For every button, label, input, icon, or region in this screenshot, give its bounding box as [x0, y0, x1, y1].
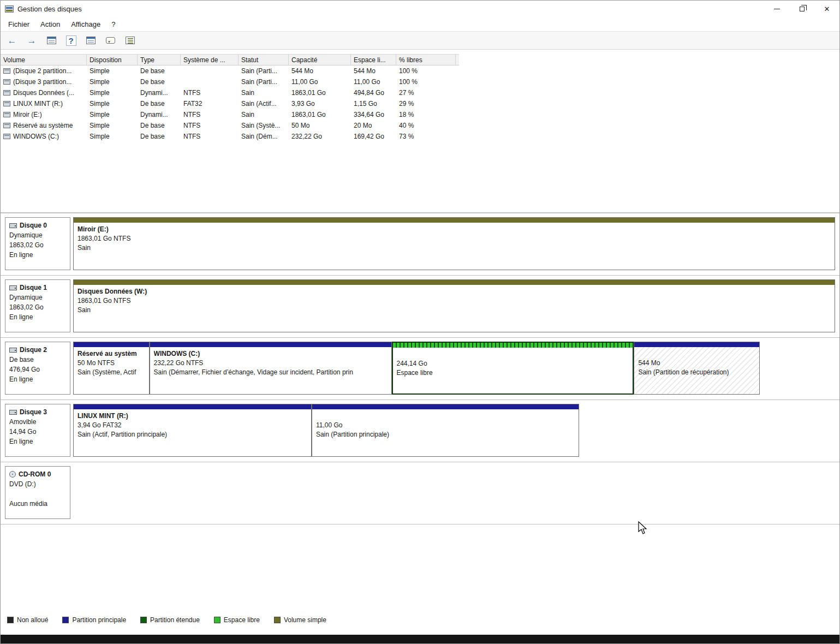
cell-espace: 1,15 Go — [351, 100, 396, 108]
partition-title — [316, 412, 575, 421]
cell-libres: 29 % — [396, 100, 456, 108]
partition-title: WINDOWS (C:) — [154, 349, 388, 359]
cell-capacite: 11,00 Go — [289, 78, 351, 86]
column-header-capacite[interactable]: Capacité — [289, 55, 351, 65]
dialog-button[interactable] — [103, 33, 117, 47]
menu-fichier[interactable]: Fichier — [7, 19, 35, 30]
disk-info-panel[interactable]: CD-ROM 0 DVD (D:) Aucun média — [5, 466, 70, 519]
forward-button[interactable]: → — [25, 33, 39, 47]
disk-info-panel[interactable]: Disque 0 Dynamique 1863,02 Go En ligne — [5, 217, 70, 270]
partition-block-recuperation[interactable]: 544 Mo Sain (Partition de récupération) — [634, 342, 759, 395]
back-button[interactable]: ← — [5, 33, 19, 47]
cell-espace: 494,84 Go — [351, 89, 396, 97]
cell-volume: Disques Données (... — [13, 89, 74, 97]
menu-affichage[interactable]: Affichage — [65, 19, 106, 30]
disk-info-panel[interactable]: Disque 1 Dynamique 1863,02 Go En ligne — [5, 279, 70, 332]
column-header-volume[interactable]: Volume — [1, 55, 87, 65]
list-view-button[interactable] — [123, 33, 137, 47]
legend: Non alloué Partition principale Partitio… — [7, 616, 326, 624]
free-space-color-swatch — [214, 617, 221, 623]
partition-title — [638, 349, 755, 359]
column-header-espace-libre[interactable]: Espace li... — [351, 55, 396, 65]
volume-icon — [3, 79, 10, 85]
partition-status: Sain (Partition de récupération) — [638, 368, 755, 377]
console-window-icon — [47, 37, 56, 44]
forward-arrow-icon: → — [27, 36, 37, 45]
volume-icon — [3, 101, 10, 106]
column-header-type[interactable]: Type — [138, 55, 181, 65]
legend-label: Non alloué — [17, 616, 48, 624]
legend-label: Partition principale — [72, 616, 126, 624]
table-row[interactable]: Miroir (E:) Simple Dynami... NTFS Sain 1… — [1, 109, 459, 120]
column-header-disposition[interactable]: Disposition — [87, 55, 138, 65]
unallocated-color-swatch — [7, 617, 14, 623]
export-list-button[interactable] — [84, 33, 98, 47]
partition-block-miroir[interactable]: Miroir (E:) 1863,01 Go NTFS Sain — [73, 217, 835, 270]
partition-block-windows-c[interactable]: WINDOWS (C:) 232,22 Go NTFS Sain (Démarr… — [150, 342, 392, 395]
table-row[interactable]: (Disque 2 partition... Simple De base Sa… — [1, 65, 459, 76]
toolbar: ← → ? — [1, 31, 839, 50]
cell-libres: 100 % — [396, 67, 456, 75]
close-button[interactable]: ✕ — [814, 1, 839, 17]
disk-row-2: Disque 2 De base 476,94 Go En ligne Rése… — [1, 338, 839, 400]
help-button[interactable]: ? — [64, 33, 78, 47]
partition-block-espace-libre[interactable]: 244,14 Go Espace libre — [392, 342, 634, 395]
extended-partition-color-swatch — [140, 617, 147, 623]
cell-espace: 169,42 Go — [351, 133, 396, 140]
cell-volume: Réservé au système — [13, 122, 73, 129]
graphical-view: Disque 0 Dynamique 1863,02 Go En ligne M… — [1, 213, 839, 524]
partition-status: Sain (Partition principale) — [316, 430, 575, 439]
disk-kind: Amovible — [9, 417, 66, 427]
cell-espace: 544 Mo — [351, 67, 396, 75]
partition-size: 244,14 Go — [397, 359, 629, 368]
table-row[interactable]: Disques Données (... Simple Dynami... NT… — [1, 87, 459, 98]
table-row[interactable]: Réservé au système Simple De base NTFS S… — [1, 120, 459, 131]
help-icon: ? — [66, 35, 76, 46]
restore-button[interactable] — [789, 1, 814, 17]
cell-capacite: 232,22 Go — [289, 133, 351, 140]
disk-kind: De base — [9, 355, 66, 365]
mouse-cursor — [638, 521, 648, 535]
table-row[interactable]: (Disque 3 partition... Simple De base Sa… — [1, 76, 459, 87]
partition-block-linux-mint[interactable]: LINUX MINT (R:) 3,94 Go FAT32 Sain (Acti… — [73, 404, 312, 457]
disk-info-panel[interactable]: Disque 3 Amovible 14,94 Go En ligne — [5, 404, 70, 457]
column-header-statut[interactable]: Statut — [239, 55, 289, 65]
console-tree-button[interactable] — [44, 33, 58, 47]
menu-help[interactable]: ? — [106, 19, 121, 30]
cell-filesystem: FAT32 — [181, 100, 239, 108]
cell-volume: (Disque 3 partition... — [13, 78, 72, 86]
cell-libres: 73 % — [396, 133, 456, 140]
column-header-pct-libres[interactable]: % libres — [396, 55, 456, 65]
disk-info-panel[interactable]: Disque 2 De base 476,94 Go En ligne — [5, 342, 70, 395]
legend-label: Espace libre — [224, 616, 260, 624]
column-header-filesystem[interactable]: Système de ... — [181, 55, 239, 65]
partition-block-disques-donnees[interactable]: Disques Données (W:) 1863,01 Go NTFS Sai… — [73, 279, 835, 332]
table-row[interactable]: LINUX MINT (R:) Simple De base FAT32 Sai… — [1, 98, 459, 109]
cell-disposition: Simple — [87, 67, 138, 75]
minimize-button[interactable] — [764, 1, 789, 17]
cell-volume: (Disque 2 partition... — [13, 67, 72, 75]
partition-color-bar — [74, 342, 149, 347]
cell-libres: 100 % — [396, 78, 456, 86]
cell-statut: Sain — [239, 111, 289, 118]
disk-row-1: Disque 1 Dynamique 1863,02 Go En ligne D… — [1, 276, 839, 338]
disk-status: En ligne — [9, 437, 66, 446]
hdd-icon — [9, 348, 17, 353]
table-row[interactable]: WINDOWS (C:) Simple De base NTFS Sain (D… — [1, 131, 459, 142]
volume-icon — [3, 134, 10, 139]
partition-status: Espace libre — [397, 368, 629, 378]
cell-capacite: 1863,01 Go — [289, 89, 351, 97]
cell-libres: 18 % — [396, 111, 456, 118]
cell-statut: Sain — [239, 89, 289, 97]
partition-title: Miroir (E:) — [78, 225, 831, 234]
partition-color-bar — [74, 404, 311, 409]
disk-name: Disque 3 — [20, 407, 47, 417]
partition-block-11go[interactable]: 11,00 Go Sain (Partition principale) — [312, 404, 579, 457]
disk-name: CD-ROM 0 — [19, 469, 51, 479]
partition-block-reserve-systeme[interactable]: Réservé au systèm 50 Mo NTFS Sain (Systè… — [73, 342, 150, 395]
menu-action[interactable]: Action — [35, 19, 65, 30]
cell-filesystem: NTFS — [181, 133, 239, 140]
cell-filesystem: NTFS — [181, 122, 239, 129]
cell-type: De base — [138, 67, 181, 75]
disk-name: Disque 2 — [20, 345, 47, 355]
